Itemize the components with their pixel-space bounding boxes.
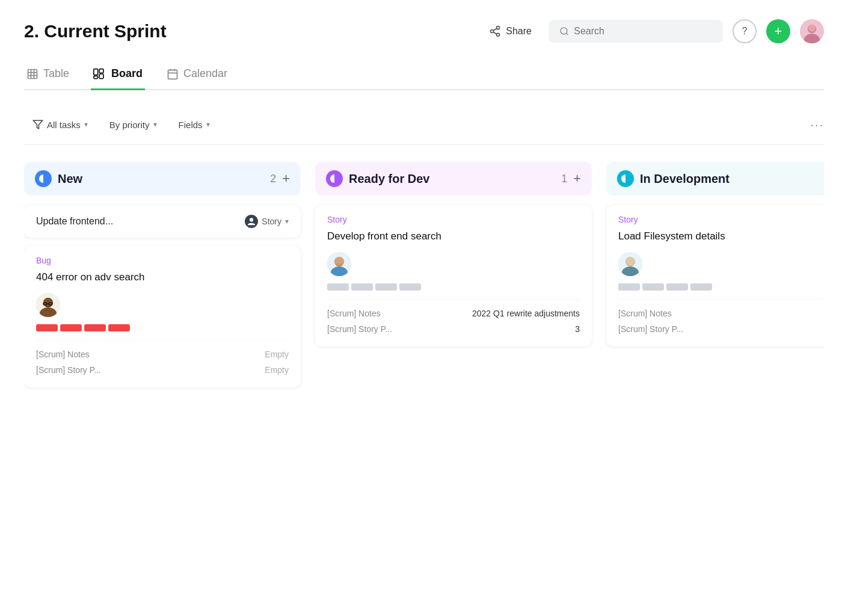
card-search-fields: [Scrum] Notes 2022 Q1 rewrite adjustment… — [327, 299, 580, 337]
card-search-priority — [327, 283, 580, 291]
priority-bar-4 — [108, 324, 130, 331]
tabs: Table Board Calendar — [24, 60, 824, 90]
svg-line-3 — [493, 32, 497, 34]
column-indev-header: In Development 1 + — [606, 162, 824, 196]
card-update-frontend-title: Update frontend... — [36, 216, 236, 227]
svg-point-39 — [336, 263, 342, 267]
card-filesystem-title: Load Filesystem details — [618, 229, 824, 244]
svg-point-0 — [497, 26, 500, 29]
tab-table-label: Table — [43, 67, 69, 80]
status-icon-ready — [326, 170, 343, 187]
fields-button[interactable]: Fields ▾ — [170, 115, 218, 135]
svg-rect-16 — [94, 69, 98, 75]
share-icon — [489, 25, 501, 37]
column-ready: Ready for Dev 1 + Story Develop front en… — [315, 162, 592, 355]
svg-point-43 — [626, 257, 634, 265]
person-icon — [245, 215, 258, 228]
column-indev-title: In Development — [640, 172, 824, 186]
group-chevron: ▾ — [153, 120, 157, 129]
filter-icon — [32, 119, 43, 130]
group-button[interactable]: By priority ▾ — [101, 115, 165, 135]
search-bar — [548, 20, 723, 43]
priority-bar-g2 — [351, 283, 373, 291]
card-404-avatar — [36, 293, 60, 317]
card-search-title: Develop front end search — [327, 229, 580, 244]
svg-point-5 — [561, 28, 567, 34]
avatar[interactable] — [800, 19, 824, 43]
card-search-type: Story — [327, 215, 580, 224]
card-search-field-story: [Scrum] Story P... 3 — [327, 321, 580, 337]
priority-bar-g3 — [375, 283, 397, 291]
filter-chevron: ▾ — [84, 120, 88, 129]
card-404-error[interactable]: Bug 404 error on adv search — [24, 246, 301, 387]
card-search-field-notes: [Scrum] Notes 2022 Q1 rewrite adjustment… — [327, 306, 580, 321]
column-new: New 2 + Update frontend... Story ▾ Bug 4… — [24, 162, 301, 396]
search-input[interactable] — [574, 26, 712, 37]
column-indev: In Development 1 + Story Load Filesystem… — [606, 162, 824, 355]
svg-rect-18 — [94, 76, 98, 78]
column-new-add-button[interactable]: + — [282, 171, 290, 186]
board-icon — [93, 68, 106, 80]
priority-bar-1 — [36, 324, 58, 331]
card-type-story[interactable]: Story ▾ — [245, 215, 289, 228]
toolbar: All tasks ▾ By priority ▾ Fields ▾ ··· — [24, 105, 824, 145]
column-ready-add-button[interactable]: + — [573, 171, 581, 186]
filter-button[interactable]: All tasks ▾ — [24, 114, 96, 135]
board: New 2 + Update frontend... Story ▾ Bug 4… — [24, 162, 824, 396]
svg-point-10 — [808, 25, 816, 32]
svg-rect-20 — [168, 70, 177, 79]
priority-bar-g1 — [327, 283, 349, 291]
card-404-fields: [Scrum] Notes Empty [Scrum] Story P... E… — [36, 340, 289, 378]
add-button[interactable]: + — [766, 19, 790, 43]
card-filesystem-type: Story — [618, 215, 824, 224]
svg-rect-19 — [99, 74, 103, 79]
card-search-avatar-row — [327, 252, 580, 276]
column-new-header: New 2 + — [24, 162, 301, 196]
svg-line-4 — [493, 28, 497, 30]
card-filesystem-priority — [618, 283, 824, 291]
column-ready-header: Ready for Dev 1 + — [315, 162, 592, 196]
column-ready-title: Ready for Dev — [349, 172, 552, 186]
svg-rect-11 — [28, 69, 37, 78]
svg-rect-17 — [99, 69, 103, 73]
column-new-count: 2 — [270, 173, 276, 185]
priority-bar-g4 — [399, 283, 421, 291]
priority-bar-f3 — [666, 283, 688, 291]
card-filesystem-avatar-row — [618, 252, 824, 276]
page-title: 2. Current Sprint — [24, 21, 167, 42]
column-new-title: New — [58, 172, 260, 186]
header-actions: Share ? + — [482, 19, 824, 43]
card-404-field-notes: [Scrum] Notes Empty — [36, 346, 289, 362]
card-update-frontend[interactable]: Update frontend... Story ▾ — [24, 205, 301, 238]
card-404-priority — [36, 324, 289, 331]
card-filesystem-avatar — [618, 252, 642, 276]
card-filesystem-fields: [Scrum] Notes Empty [Scrum] Story P... 1 — [618, 299, 824, 337]
card-search[interactable]: Story Develop front end search — [315, 205, 592, 346]
more-button[interactable]: ··· — [810, 118, 824, 132]
svg-line-6 — [566, 33, 568, 35]
svg-point-1 — [491, 30, 494, 33]
priority-bar-3 — [84, 324, 106, 331]
svg-point-2 — [497, 33, 500, 36]
card-filesystem[interactable]: Story Load Filesystem details — [606, 205, 824, 346]
header: 2. Current Sprint Share ? + — [24, 19, 824, 43]
help-button[interactable]: ? — [733, 19, 757, 43]
calendar-icon — [167, 68, 179, 80]
fields-chevron: ▾ — [206, 120, 210, 129]
avatar-image — [800, 19, 824, 43]
card-404-field-story: [Scrum] Story P... Empty — [36, 362, 289, 378]
tab-board-label: Board — [111, 67, 143, 80]
card-filesystem-field-story: [Scrum] Story P... 1 — [618, 321, 824, 337]
priority-bar-f4 — [690, 283, 712, 291]
tab-calendar[interactable]: Calendar — [164, 60, 230, 90]
tab-board[interactable]: Board — [91, 60, 145, 90]
tab-calendar-label: Calendar — [183, 67, 227, 80]
status-icon-indev — [617, 170, 634, 187]
column-ready-count: 1 — [561, 173, 567, 185]
search-icon — [559, 26, 569, 37]
share-button[interactable]: Share — [482, 20, 539, 42]
tab-table[interactable]: Table — [24, 60, 72, 90]
svg-point-26 — [250, 218, 253, 221]
priority-bar-f2 — [642, 283, 664, 291]
table-icon — [26, 68, 38, 80]
